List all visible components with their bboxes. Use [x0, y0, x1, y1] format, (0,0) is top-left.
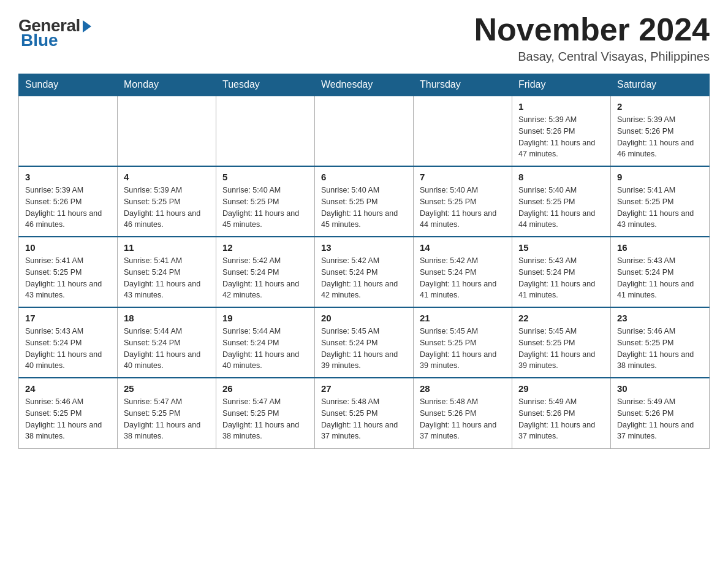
day-info: Sunrise: 5:41 AMSunset: 5:24 PMDaylight:… — [124, 255, 210, 301]
calendar-cell: 1Sunrise: 5:39 AMSunset: 5:26 PMDaylight… — [512, 96, 611, 166]
calendar-cell — [216, 96, 315, 166]
title-area: November 2024 Basay, Central Visayas, Ph… — [474, 12, 710, 64]
day-info: Sunrise: 5:46 AMSunset: 5:25 PMDaylight:… — [617, 326, 703, 372]
day-number: 6 — [321, 172, 407, 182]
logo: General Blue — [18, 12, 91, 50]
weekday-header-monday: Monday — [118, 74, 216, 96]
day-number: 5 — [222, 172, 308, 182]
calendar-cell: 23Sunrise: 5:46 AMSunset: 5:25 PMDayligh… — [611, 307, 710, 378]
day-info: Sunrise: 5:40 AMSunset: 5:25 PMDaylight:… — [518, 185, 604, 231]
day-number: 8 — [518, 172, 604, 182]
day-info: Sunrise: 5:44 AMSunset: 5:24 PMDaylight:… — [222, 326, 308, 372]
logo-blue-text: Blue — [21, 31, 58, 50]
day-number: 12 — [222, 242, 308, 253]
calendar-cell: 5Sunrise: 5:40 AMSunset: 5:25 PMDaylight… — [216, 166, 315, 237]
day-number: 11 — [124, 242, 210, 253]
location-title: Basay, Central Visayas, Philippines — [474, 50, 710, 64]
day-info: Sunrise: 5:47 AMSunset: 5:25 PMDaylight:… — [124, 396, 210, 442]
day-info: Sunrise: 5:45 AMSunset: 5:25 PMDaylight:… — [420, 326, 506, 372]
calendar-cell: 8Sunrise: 5:40 AMSunset: 5:25 PMDaylight… — [512, 166, 611, 237]
calendar-cell: 9Sunrise: 5:41 AMSunset: 5:25 PMDaylight… — [611, 166, 710, 237]
day-info: Sunrise: 5:43 AMSunset: 5:24 PMDaylight:… — [518, 255, 604, 301]
day-info: Sunrise: 5:45 AMSunset: 5:25 PMDaylight:… — [518, 326, 604, 372]
day-info: Sunrise: 5:39 AMSunset: 5:25 PMDaylight:… — [124, 185, 210, 231]
calendar-cell: 21Sunrise: 5:45 AMSunset: 5:25 PMDayligh… — [414, 307, 512, 378]
calendar-cell: 28Sunrise: 5:48 AMSunset: 5:26 PMDayligh… — [414, 378, 512, 448]
day-number: 17 — [25, 313, 111, 323]
day-info: Sunrise: 5:45 AMSunset: 5:24 PMDaylight:… — [321, 326, 407, 372]
day-info: Sunrise: 5:48 AMSunset: 5:25 PMDaylight:… — [321, 396, 407, 442]
day-number: 18 — [124, 313, 210, 323]
day-number: 30 — [617, 383, 703, 394]
calendar-cell: 18Sunrise: 5:44 AMSunset: 5:24 PMDayligh… — [118, 307, 216, 378]
calendar-cell: 15Sunrise: 5:43 AMSunset: 5:24 PMDayligh… — [512, 237, 611, 307]
day-number: 3 — [25, 172, 111, 182]
day-info: Sunrise: 5:42 AMSunset: 5:24 PMDaylight:… — [321, 255, 407, 301]
day-info: Sunrise: 5:47 AMSunset: 5:25 PMDaylight:… — [222, 396, 308, 442]
day-info: Sunrise: 5:43 AMSunset: 5:24 PMDaylight:… — [617, 255, 703, 301]
day-number: 23 — [617, 313, 703, 323]
weekday-header-wednesday: Wednesday — [315, 74, 414, 96]
day-info: Sunrise: 5:40 AMSunset: 5:25 PMDaylight:… — [420, 185, 506, 231]
calendar-cell — [118, 96, 216, 166]
day-info: Sunrise: 5:39 AMSunset: 5:26 PMDaylight:… — [518, 114, 604, 160]
day-number: 7 — [420, 172, 506, 182]
day-number: 16 — [617, 242, 703, 253]
day-info: Sunrise: 5:49 AMSunset: 5:26 PMDaylight:… — [617, 396, 703, 442]
day-info: Sunrise: 5:41 AMSunset: 5:25 PMDaylight:… — [617, 185, 703, 231]
weekday-header-sunday: Sunday — [19, 74, 118, 96]
day-number: 27 — [321, 383, 407, 394]
day-number: 25 — [124, 383, 210, 394]
day-info: Sunrise: 5:42 AMSunset: 5:24 PMDaylight:… — [222, 255, 308, 301]
calendar-cell: 16Sunrise: 5:43 AMSunset: 5:24 PMDayligh… — [611, 237, 710, 307]
day-number: 26 — [222, 383, 308, 394]
calendar-cell: 13Sunrise: 5:42 AMSunset: 5:24 PMDayligh… — [315, 237, 414, 307]
calendar-cell — [414, 96, 512, 166]
day-info: Sunrise: 5:43 AMSunset: 5:24 PMDaylight:… — [25, 326, 111, 372]
calendar-cell: 11Sunrise: 5:41 AMSunset: 5:24 PMDayligh… — [118, 237, 216, 307]
day-info: Sunrise: 5:49 AMSunset: 5:26 PMDaylight:… — [518, 396, 604, 442]
day-info: Sunrise: 5:44 AMSunset: 5:24 PMDaylight:… — [124, 326, 210, 372]
day-info: Sunrise: 5:46 AMSunset: 5:25 PMDaylight:… — [25, 396, 111, 442]
calendar-cell: 20Sunrise: 5:45 AMSunset: 5:24 PMDayligh… — [315, 307, 414, 378]
calendar-cell: 2Sunrise: 5:39 AMSunset: 5:26 PMDaylight… — [611, 96, 710, 166]
calendar-cell: 27Sunrise: 5:48 AMSunset: 5:25 PMDayligh… — [315, 378, 414, 448]
day-number: 22 — [518, 313, 604, 323]
calendar-cell: 3Sunrise: 5:39 AMSunset: 5:26 PMDaylight… — [19, 166, 118, 237]
day-number: 9 — [617, 172, 703, 182]
calendar-cell: 6Sunrise: 5:40 AMSunset: 5:25 PMDaylight… — [315, 166, 414, 237]
weekday-header-friday: Friday — [512, 74, 611, 96]
day-info: Sunrise: 5:42 AMSunset: 5:24 PMDaylight:… — [420, 255, 506, 301]
calendar-cell: 19Sunrise: 5:44 AMSunset: 5:24 PMDayligh… — [216, 307, 315, 378]
calendar-table: SundayMondayTuesdayWednesdayThursdayFrid… — [18, 74, 710, 449]
calendar-cell: 24Sunrise: 5:46 AMSunset: 5:25 PMDayligh… — [19, 378, 118, 448]
day-number: 15 — [518, 242, 604, 253]
calendar-cell: 25Sunrise: 5:47 AMSunset: 5:25 PMDayligh… — [118, 378, 216, 448]
day-number: 4 — [124, 172, 210, 182]
weekday-header-thursday: Thursday — [414, 74, 512, 96]
calendar-cell — [315, 96, 414, 166]
calendar-cell: 30Sunrise: 5:49 AMSunset: 5:26 PMDayligh… — [611, 378, 710, 448]
day-info: Sunrise: 5:39 AMSunset: 5:26 PMDaylight:… — [25, 185, 111, 231]
calendar-cell: 29Sunrise: 5:49 AMSunset: 5:26 PMDayligh… — [512, 378, 611, 448]
calendar-cell: 17Sunrise: 5:43 AMSunset: 5:24 PMDayligh… — [19, 307, 118, 378]
calendar-cell: 22Sunrise: 5:45 AMSunset: 5:25 PMDayligh… — [512, 307, 611, 378]
logo-arrow-icon — [83, 20, 91, 33]
weekday-header-tuesday: Tuesday — [216, 74, 315, 96]
day-number: 19 — [222, 313, 308, 323]
day-number: 13 — [321, 242, 407, 253]
day-info: Sunrise: 5:48 AMSunset: 5:26 PMDaylight:… — [420, 396, 506, 442]
day-number: 21 — [420, 313, 506, 323]
calendar-week-row: 24Sunrise: 5:46 AMSunset: 5:25 PMDayligh… — [19, 378, 710, 448]
calendar-cell: 14Sunrise: 5:42 AMSunset: 5:24 PMDayligh… — [414, 237, 512, 307]
day-info: Sunrise: 5:39 AMSunset: 5:26 PMDaylight:… — [617, 114, 703, 160]
day-number: 2 — [617, 101, 703, 112]
calendar-cell: 4Sunrise: 5:39 AMSunset: 5:25 PMDaylight… — [118, 166, 216, 237]
day-number: 28 — [420, 383, 506, 394]
calendar-week-row: 1Sunrise: 5:39 AMSunset: 5:26 PMDaylight… — [19, 96, 710, 166]
day-number: 1 — [518, 101, 604, 112]
day-info: Sunrise: 5:40 AMSunset: 5:25 PMDaylight:… — [321, 185, 407, 231]
page-header: General Blue November 2024 Basay, Centra… — [18, 12, 710, 64]
calendar-cell: 7Sunrise: 5:40 AMSunset: 5:25 PMDaylight… — [414, 166, 512, 237]
calendar-week-row: 3Sunrise: 5:39 AMSunset: 5:26 PMDaylight… — [19, 166, 710, 237]
